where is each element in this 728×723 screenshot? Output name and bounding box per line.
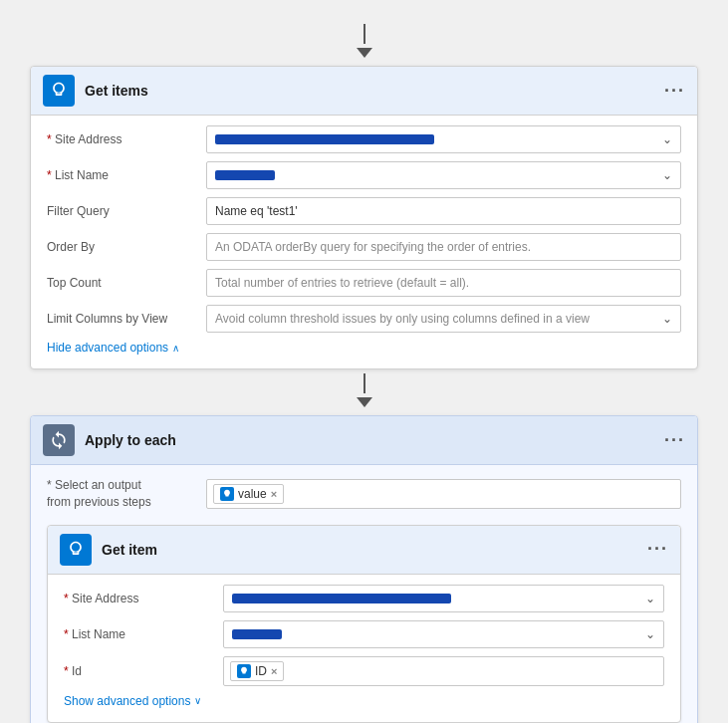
top-arrow-connector: [357, 24, 372, 62]
limit-columns-row: Limit Columns by View Avoid column thres…: [47, 305, 681, 333]
id-tag-sharepoint-svg: [239, 666, 249, 676]
top-count-input[interactable]: Total number of entries to retrieve (def…: [206, 269, 681, 297]
middle-arrow-connector: [357, 373, 372, 411]
apply-to-each-body: * Select an outputfrom previous steps va…: [31, 465, 697, 723]
site-address-label: Site Address: [47, 132, 206, 146]
list-name-row: List Name ⌄: [47, 161, 681, 189]
apply-to-each-header: Apply to each ···: [31, 416, 697, 465]
value-tag-close[interactable]: ×: [271, 488, 277, 500]
get-item-inner-card: Get item ··· Site Address ⌄ List Nam: [47, 525, 681, 723]
list-name-inner-input[interactable]: ⌄: [223, 620, 664, 648]
site-address-input[interactable]: ⌄: [206, 125, 681, 153]
show-advanced-toggle[interactable]: Show advanced options ∨: [64, 694, 664, 708]
apply-to-each-card: Apply to each ··· * Select an outputfrom…: [30, 415, 698, 723]
select-output-input[interactable]: value ×: [206, 479, 681, 509]
filter-query-row: Filter Query Name eq 'test1': [47, 197, 681, 225]
id-inner-input[interactable]: ID ×: [223, 656, 664, 686]
order-by-label: Order By: [47, 240, 206, 254]
filter-query-label: Filter Query: [47, 204, 206, 218]
get-item-sp-icon: [60, 534, 92, 566]
arrow-down-middle: [357, 397, 372, 407]
apply-to-each-icon: [43, 424, 75, 456]
get-items-title: Get items: [85, 83, 664, 99]
get-items-body: Site Address ⌄ List Name ⌄ Filter Query …: [31, 116, 697, 368]
id-tag: ID ×: [230, 661, 284, 681]
site-address-arrow: ⌄: [662, 132, 672, 146]
list-name-inner-arrow: ⌄: [645, 627, 655, 641]
get-items-card: Get items ··· Site Address ⌄ List Name ⌄: [30, 66, 698, 369]
site-address-inner-blurred: [232, 594, 451, 603]
list-name-blurred: [215, 170, 275, 180]
limit-columns-placeholder: Avoid column threshold issues by only us…: [215, 312, 590, 326]
apply-to-each-menu[interactable]: ···: [664, 430, 685, 451]
order-by-row: Order By An ODATA orderBy query for spec…: [47, 233, 681, 261]
get-item-header: Get item ···: [48, 526, 680, 575]
arrow-line-middle: [364, 373, 365, 393]
show-advanced-label: Show advanced options: [64, 694, 190, 708]
select-output-row: * Select an outputfrom previous steps va…: [47, 477, 681, 511]
arrow-down-top: [357, 48, 372, 58]
top-count-row: Top Count Total number of entries to ret…: [47, 269, 681, 297]
site-address-row: Site Address ⌄: [47, 125, 681, 153]
list-name-inner-row: List Name ⌄: [64, 620, 664, 648]
filter-query-value: Name eq 'test1': [215, 204, 298, 218]
limit-columns-label: Limit Columns by View: [47, 312, 206, 326]
hide-advanced-toggle[interactable]: Hide advanced options ∧: [47, 341, 681, 355]
limit-columns-arrow: ⌄: [662, 312, 672, 326]
get-item-body: Site Address ⌄ List Name ⌄: [48, 575, 680, 722]
get-item-menu[interactable]: ···: [647, 539, 668, 560]
top-count-placeholder: Total number of entries to retrieve (def…: [215, 276, 469, 290]
value-tag-label: value: [238, 487, 267, 501]
order-by-placeholder: An ODATA orderBy query for specifying th…: [215, 240, 531, 254]
value-tag-sharepoint-svg: [222, 489, 232, 499]
value-tag-sp-icon: [220, 487, 234, 501]
list-name-inner-label: List Name: [64, 627, 223, 641]
site-address-inner-arrow: ⌄: [645, 592, 655, 605]
site-address-inner-input[interactable]: ⌄: [223, 585, 664, 612]
list-name-arrow: ⌄: [662, 168, 672, 182]
get-items-header: Get items ···: [31, 67, 697, 116]
hide-advanced-chevron: ∧: [172, 343, 179, 354]
list-name-label: List Name: [47, 168, 206, 182]
site-address-inner-label: Site Address: [64, 592, 223, 605]
select-output-label: * Select an outputfrom previous steps: [47, 477, 206, 511]
limit-columns-input[interactable]: Avoid column threshold issues by only us…: [206, 305, 681, 333]
get-items-menu[interactable]: ···: [664, 81, 685, 102]
id-tag-close[interactable]: ×: [271, 665, 277, 677]
list-name-input[interactable]: ⌄: [206, 161, 681, 189]
list-name-inner-blurred: [232, 629, 282, 639]
id-tag-label: ID: [255, 664, 267, 678]
id-inner-label: Id: [64, 664, 223, 678]
order-by-input[interactable]: An ODATA orderBy query for specifying th…: [206, 233, 681, 261]
loop-svg: [49, 430, 69, 450]
value-tag: value ×: [213, 484, 284, 504]
site-address-inner-row: Site Address ⌄: [64, 585, 664, 612]
top-count-label: Top Count: [47, 276, 206, 290]
sharepoint-svg: [49, 81, 69, 101]
id-tag-sp-icon: [237, 664, 251, 678]
flow-container: Get items ··· Site Address ⌄ List Name ⌄: [10, 10, 718, 723]
hide-advanced-label: Hide advanced options: [47, 341, 168, 355]
apply-to-each-title: Apply to each: [85, 432, 664, 448]
arrow-line-top: [364, 24, 365, 44]
get-items-sp-icon: [43, 75, 75, 107]
filter-query-input[interactable]: Name eq 'test1': [206, 197, 681, 225]
show-advanced-chevron: ∨: [194, 695, 201, 706]
get-item-sharepoint-svg: [66, 540, 86, 560]
get-item-title: Get item: [102, 542, 647, 558]
id-inner-row: Id ID ×: [64, 656, 664, 686]
site-address-blurred: [215, 134, 434, 144]
